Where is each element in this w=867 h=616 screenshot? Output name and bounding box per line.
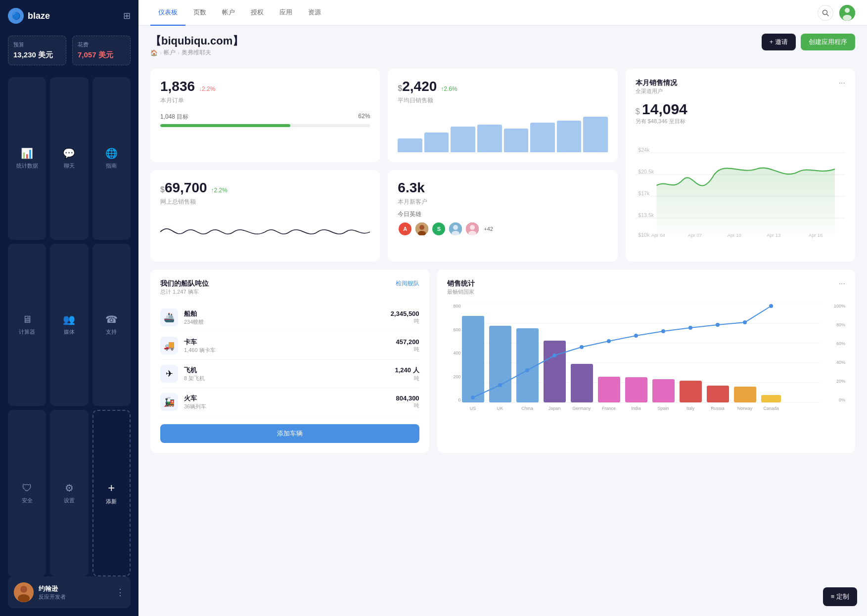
svg-text:Italy: Italy [686, 406, 694, 411]
svg-point-7 [843, 15, 852, 21]
monthly-more-icon[interactable]: ··· [839, 79, 845, 88]
stats-more-icon[interactable]: ··· [839, 279, 845, 288]
page-header: 【biqubiqu.com】 🏠 › 帐户 › 奥弗维耶夫 + 邀请 创建应用程… [150, 34, 855, 65]
stats-header: 销售统计 最畅销国家 ··· [447, 279, 845, 296]
bar-Spain [652, 379, 675, 402]
svg-point-39 [525, 368, 529, 372]
train-icon: 🚂 [160, 393, 178, 411]
bar-Germany [571, 364, 593, 402]
invite-button[interactable]: + 邀请 [762, 34, 796, 50]
svg-point-48 [769, 304, 773, 308]
svg-text:Canada: Canada [763, 406, 779, 411]
sidebar-item-guide[interactable]: 🌐 指南 [92, 77, 131, 240]
budget-value: 13,230 美元 [13, 50, 61, 60]
search-button[interactable] [818, 5, 833, 21]
logo-text: blaze [28, 11, 123, 21]
svg-point-38 [498, 383, 502, 387]
sidebar: 🔵 blaze ⊞ 预算 13,230 美元 花费 7,057 美元 📊 统计数… [0, 0, 138, 616]
sales-chart-container: 800 600 400 200 0 100% 80% 60% 40% 20% 0… [447, 304, 845, 422]
fleet-title-section: 我们的船队吨位 总计 1,247 辆车 [160, 279, 209, 296]
tab-auth[interactable]: 授权 [243, 0, 272, 26]
user-more-icon[interactable]: ⋮ [116, 587, 125, 598]
bar-Italy [680, 381, 702, 402]
customize-button[interactable]: ≡ 定制 [823, 587, 857, 606]
svg-text:Spain: Spain [657, 406, 669, 411]
fleet-value-plane: 1,240 人 吨 [395, 366, 419, 382]
tab-pages[interactable]: 页数 [185, 0, 214, 26]
sidebar-item-label: 支持 [106, 328, 117, 336]
bar-1 [398, 138, 422, 152]
settings-nav-icon: ⚙ [65, 482, 74, 494]
truck-name: 卡车 [184, 338, 390, 347]
svg-point-43 [634, 334, 638, 338]
plane-icon: ✈ [160, 365, 178, 383]
sidebar-item-security[interactable]: 🛡 安全 [8, 410, 46, 576]
top-nav-actions [818, 5, 855, 21]
svg-text:Apr 13: Apr 13 [767, 232, 780, 238]
bar-France [598, 377, 620, 402]
sidebar-item-calc[interactable]: 🖥 计算器 [8, 244, 46, 406]
sidebar-user: 约翰逊 反应开发者 ⋮ [8, 576, 131, 608]
user-avatar-nav[interactable] [839, 5, 855, 21]
settings-icon[interactable]: ⊞ [123, 10, 131, 21]
orders-label: 本月订单 [160, 96, 370, 105]
tab-account[interactable]: 帐户 [214, 0, 243, 26]
train-count: 36辆列车 [184, 403, 390, 410]
stats-icon: 📊 [21, 147, 33, 159]
sidebar-item-settings[interactable]: ⚙ 设置 [50, 410, 88, 576]
avg-value: 2,420 [402, 79, 437, 94]
tab-apps[interactable]: 应用 [272, 0, 300, 26]
stats-title: 销售统计 [447, 279, 475, 288]
fleet-item-train: 🚂 火车 36辆列车 804,300 吨 [160, 388, 419, 416]
sidebar-item-chat[interactable]: 💬 聊天 [50, 77, 88, 240]
page-title: 【biqubiqu.com】 [150, 34, 243, 48]
svg-point-45 [688, 326, 692, 330]
heroes-label: 今日英雄 [398, 210, 607, 219]
create-app-button[interactable]: 创建应用程序 [801, 34, 855, 50]
fleet-link[interactable]: 检阅舰队 [396, 279, 419, 288]
avg-delta: ↑2.6% [441, 86, 457, 92]
svg-text:$10k: $10k [638, 232, 650, 238]
total-label: 网上总销售额 [160, 198, 370, 206]
svg-text:US: US [469, 406, 476, 411]
sidebar-logo: 🔵 blaze ⊞ [8, 8, 131, 24]
sidebar-item-support[interactable]: ☎ 支持 [92, 244, 131, 406]
svg-text:Norway: Norway [737, 406, 752, 411]
svg-text:France: France [602, 406, 616, 411]
fleet-value-train: 804,300 吨 [396, 395, 419, 409]
sidebar-item-stats[interactable]: 📊 统计数据 [8, 77, 46, 240]
svg-line-4 [827, 14, 829, 16]
sidebar-item-label: 设置 [64, 497, 75, 504]
budget-cards: 预算 13,230 美元 花费 7,057 美元 [8, 36, 131, 65]
total-delta: ↑2.2% [211, 187, 228, 194]
tab-dashboard[interactable]: 仪表板 [150, 0, 185, 26]
sidebar-item-add[interactable]: + 添新 [92, 410, 131, 576]
hero-avatar-1: A [398, 221, 412, 236]
wavy-svg [160, 212, 370, 252]
sidebar-item-media[interactable]: 👥 媒体 [50, 244, 88, 406]
expense-value: 7,057 美元 [78, 50, 125, 60]
fleet-info-train: 火车 36辆列车 [184, 394, 390, 410]
add-icon: + [108, 481, 115, 495]
fleet-subtitle: 总计 1,247 辆车 [160, 288, 209, 296]
svg-point-1 [20, 586, 27, 593]
budget-label: 预算 [13, 41, 61, 48]
truck-count: 1,460 辆卡车 [184, 347, 390, 354]
page-title-section: 【biqubiqu.com】 🏠 › 帐户 › 奥弗维耶夫 [150, 34, 243, 65]
bar-4 [477, 125, 502, 152]
svg-point-29 [470, 225, 475, 230]
add-vehicle-button[interactable]: 添加车辆 [160, 424, 419, 443]
stats-subtitle: 最畅销国家 [447, 288, 475, 296]
avg-label: 平均日销售额 [398, 96, 607, 105]
user-name: 约翰逊 [39, 584, 111, 593]
bar-Canada [761, 395, 781, 402]
sidebar-item-label: 聊天 [64, 162, 75, 170]
guide-icon: 🌐 [105, 147, 118, 159]
heroes-avatars: A S +42 [398, 221, 607, 236]
svg-text:Apr 04: Apr 04 [651, 232, 665, 238]
tab-resources[interactable]: 资源 [300, 0, 329, 26]
user-info: 约翰逊 反应开发者 [39, 584, 111, 601]
chat-icon: 💬 [63, 147, 75, 159]
heroes-section: 今日英雄 A S +42 [398, 210, 607, 236]
fleet-info-truck: 卡车 1,460 辆卡车 [184, 338, 390, 354]
